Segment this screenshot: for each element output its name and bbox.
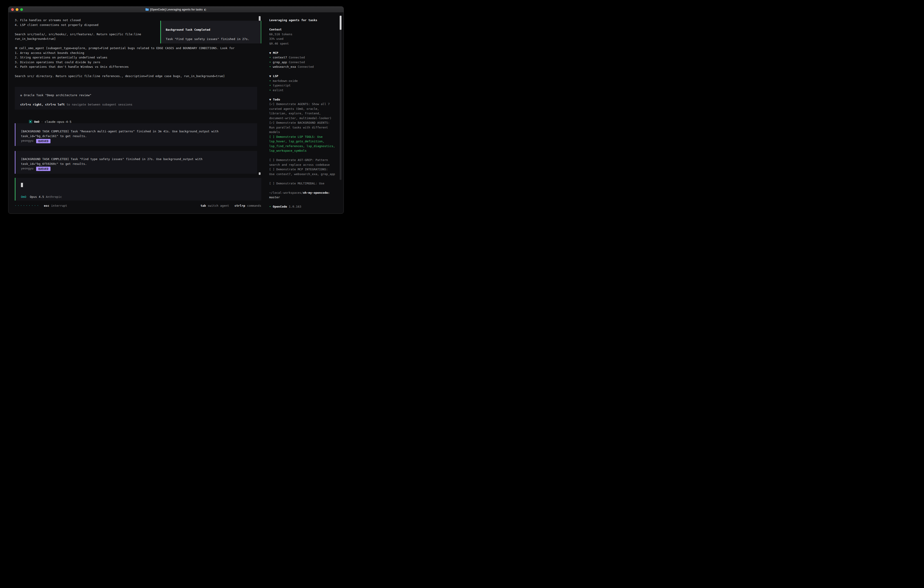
- lsp-item: •markdown-oxide: [269, 79, 336, 83]
- message-author: yeongyu: [21, 167, 33, 170]
- esc-key-hint: esc: [44, 204, 49, 207]
- context-spent: $0.46 spent: [269, 41, 336, 46]
- workspace-branch: master: [269, 195, 280, 199]
- workspace-path: ~/local-workspaces/oh-my-opencode: maste…: [269, 190, 336, 200]
- tab-key-hint: tab: [201, 204, 206, 207]
- todo-item-pending: [ ] Demonstrate MULTIMODAL: Use: [269, 181, 336, 186]
- sidebar-scrollbar[interactable]: [340, 16, 342, 180]
- toast-title: Background Task Completed: [166, 28, 256, 32]
- bullet-icon: •: [269, 65, 271, 68]
- terminal-main-pane: 3. File handles or streams not closed 4.…: [8, 13, 266, 213]
- prompt-input[interactable]: OmO Opus 4.5 Anthropic: [15, 178, 261, 201]
- terminal-line: 4. Path operations that don't handle Win…: [15, 64, 266, 69]
- ctrlp-key-label: commands: [247, 204, 261, 207]
- message-line: [BACKGROUND TASK COMPLETED] Task "Find t…: [21, 157, 252, 162]
- tool-call-line: ⚙ call_omo_agent [subagent_type=explore,…: [15, 46, 266, 51]
- window-title-group: [OpenCode] Leveraging agents for tasks ◐: [145, 8, 206, 11]
- section-collapse-icon: ▼: [269, 75, 271, 78]
- message-footer: yeongyuQUEUED: [21, 139, 252, 143]
- text-cursor: [21, 183, 23, 187]
- input-provider-name: Anthropic: [46, 195, 62, 198]
- mcp-item: •context7 Connected: [269, 55, 336, 60]
- mcp-status: Connected: [289, 56, 305, 59]
- folder-icon: [145, 8, 149, 11]
- todo-item-done: [✓] Demonstrate BACKGROUND AGENTS: Run p…: [269, 121, 336, 135]
- todo-item-active: [ ] Demonstrate LSP TOOLS: Use lsp_hover…: [269, 135, 336, 153]
- agent-model: claude-opus-4-5: [45, 120, 71, 124]
- section-collapse-icon: ▼: [269, 98, 271, 101]
- app-version: 1.0.163: [289, 205, 301, 208]
- oracle-task-panel: ◉ Oracle Task "Deep architecture review"…: [15, 87, 257, 110]
- queued-badge: QUEUED: [36, 167, 51, 171]
- oracle-bullet-icon: ◉: [20, 93, 22, 97]
- gear-icon: ⚙: [15, 46, 18, 50]
- lsp-section-header[interactable]: ▼LSP: [269, 74, 336, 79]
- omo-agent-icon: [29, 120, 32, 123]
- background-task-message: [BACKGROUND TASK COMPLETED] Task "Resear…: [15, 123, 257, 146]
- terminal-line: Search src/ directory. Return specific f…: [15, 74, 266, 79]
- input-model-line: OmO Opus 4.5 Anthropic: [21, 195, 256, 200]
- todo-item-pending: [ ] Demonstrate MCP INTEGRATIONS:: [269, 167, 336, 172]
- bullet-icon: •: [269, 79, 271, 83]
- sidebar-scrollbar-thumb[interactable]: [340, 16, 342, 30]
- zoom-button[interactable]: [20, 8, 23, 11]
- window-title: [OpenCode] Leveraging agents for tasks: [150, 8, 203, 11]
- context-used: 33% used: [269, 36, 336, 41]
- lsp-item: •eslint: [269, 88, 336, 93]
- mcp-status: Connected: [298, 65, 314, 68]
- subagent-nav-hint: ctrl+x right, ctrl+x left to navigate be…: [20, 102, 252, 107]
- lsp-item: •typescript: [269, 83, 336, 88]
- context-tokens: 66,518 tokens: [269, 32, 336, 37]
- todo-section-header[interactable]: ▼Todo: [269, 97, 336, 102]
- bullet-icon: •: [269, 84, 271, 87]
- app-name: OpenCode: [273, 205, 287, 208]
- spinner-dots: ·········: [15, 204, 40, 207]
- input-agent-name: OmO: [21, 195, 26, 198]
- section-collapse-icon: ▼: [269, 51, 271, 55]
- minimize-button[interactable]: [16, 8, 18, 11]
- workspace-path-prefix: ~/local-workspaces/: [269, 191, 303, 195]
- oracle-task-title: ◉ Oracle Task "Deep architecture review": [20, 93, 252, 98]
- queued-badge: QUEUED: [36, 139, 51, 143]
- bullet-icon: •: [269, 205, 271, 208]
- traffic-lights: [11, 8, 23, 11]
- agent-name: OmO: [34, 120, 40, 124]
- workspace-repo: oh-my-opencode:: [303, 191, 330, 195]
- bullet-icon: •: [269, 61, 271, 64]
- message-line: [BACKGROUND TASK COMPLETED] Task "Resear…: [21, 129, 252, 134]
- context-heading: Context: [269, 27, 336, 32]
- background-task-toast: Background Task Completed Task "Find typ…: [160, 21, 261, 43]
- message-author: yeongyu: [21, 139, 33, 142]
- status-bar: ········· esc interrupt tabswitch agent …: [15, 203, 261, 208]
- bullet-icon: •: [269, 88, 271, 92]
- input-model-name: Opus 4.5: [30, 195, 44, 198]
- todo-item-pending: [ ] Demonstrate AST-GREP: Pattern search…: [269, 158, 336, 167]
- message-line: task_id="bg_6f59260c" to get results.: [21, 162, 252, 167]
- separator-dot: ·: [41, 120, 43, 124]
- session-title: Leveraging agents for tasks: [269, 18, 336, 23]
- message-line: task_id="bg_dcfac161" to get results.: [21, 134, 252, 139]
- tab-key-label: switch agent: [208, 204, 229, 207]
- tool-call-text: call_omo_agent [subagent_type=explore, p…: [19, 46, 234, 50]
- mcp-item: •grep_app Connected: [269, 60, 336, 65]
- version-line: •OpenCode 1.0.163: [269, 205, 336, 209]
- session-progress-icon: ◐: [204, 8, 206, 11]
- terminal-line: 2. String operations on potentially unde…: [15, 55, 266, 60]
- mcp-status: Connected: [289, 61, 305, 64]
- session-sidebar: Leveraging agents for tasks Context 66,5…: [266, 13, 343, 213]
- main-scrollbar-thumb-bottom[interactable]: [259, 172, 261, 175]
- ctrlp-key-hint: ctrl+p: [234, 204, 245, 207]
- todo-item-pending: Use context7, websearch_exa, grep_app: [269, 172, 336, 177]
- titlebar: [OpenCode] Leveraging agents for tasks ◐: [8, 7, 343, 13]
- mcp-section-header[interactable]: ▼MCP: [269, 51, 336, 56]
- esc-key-label: interrupt: [51, 204, 67, 207]
- bullet-icon: •: [269, 56, 271, 59]
- agent-header: OmO · claude-opus-4-5: [15, 115, 266, 120]
- todo-item-done: [✓] Demonstrate AGENTS: Show all 7 curat…: [269, 102, 336, 121]
- terminal-line: 1. Array access without bounds checking: [15, 51, 266, 56]
- terminal-line: 3. Division operations that could divide…: [15, 60, 266, 65]
- close-button[interactable]: [11, 8, 14, 11]
- message-footer: yeongyuQUEUED: [21, 166, 252, 171]
- toast-body: Task "Find type safety issues" finished …: [166, 37, 256, 41]
- background-task-message: [BACKGROUND TASK COMPLETED] Task "Find t…: [15, 151, 257, 174]
